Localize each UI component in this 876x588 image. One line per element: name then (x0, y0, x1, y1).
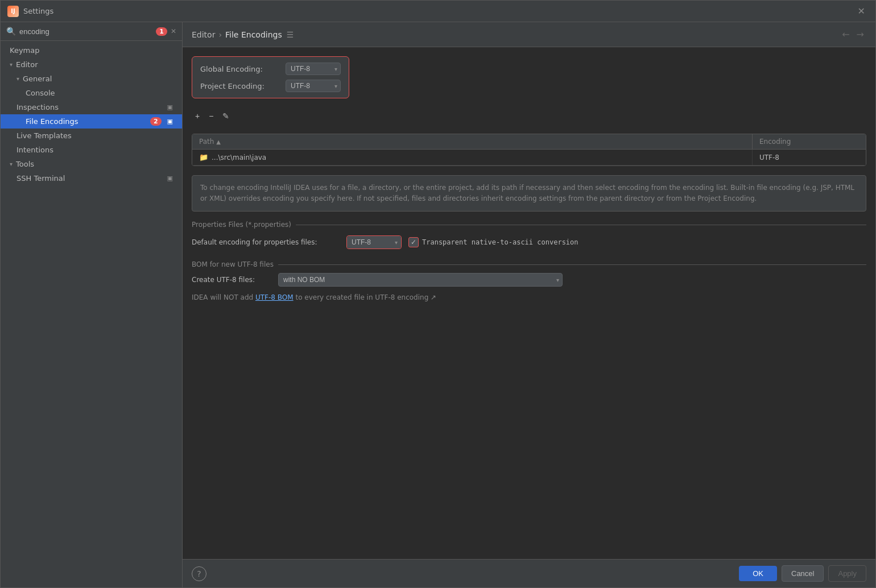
bom-row: Create UTF-8 files: with NO BOM with BOM… (192, 273, 866, 287)
project-encoding-select-wrapper: UTF-8 UTF-16 ISO-8859-1 ▾ (286, 80, 341, 92)
file-table: Path ▲ Encoding 📁 ...\src\main\java UTF-… (192, 134, 866, 166)
sidebar-item-label: Editor (16, 60, 38, 69)
right-panel: Editor › File Encodings ☰ ← → Global Enc… (183, 22, 875, 587)
folder-icon: 📁 (199, 153, 208, 162)
bom-section-label: BOM for new UTF-8 files (192, 260, 274, 268)
forward-arrow[interactable]: → (854, 28, 866, 41)
project-encoding-label: Project Encoding: (200, 82, 280, 90)
path-column-header: Path ▲ (192, 134, 752, 149)
sidebar-item-editor[interactable]: ▾ Editor (1, 57, 182, 72)
project-encoding-row: Project Encoding: UTF-8 UTF-16 ISO-8859-… (200, 80, 341, 92)
search-input[interactable] (19, 27, 152, 36)
close-button[interactable]: ✕ (854, 5, 869, 18)
chevron-down-icon: ▾ (16, 76, 19, 82)
footer: ? OK Cancel Apply (183, 559, 875, 587)
sidebar-item-general[interactable]: ▾ General (1, 72, 182, 86)
nav-icon: ▣ (167, 103, 173, 111)
breadcrumb: Editor › File Encodings (192, 30, 282, 39)
breadcrumb-parent: Editor (192, 30, 215, 39)
panel-body: Global Encoding: UTF-8 UTF-16 ISO-8859-1… (183, 47, 875, 559)
global-encoding-select[interactable]: UTF-8 UTF-16 ISO-8859-1 (286, 63, 341, 75)
add-button[interactable]: + (192, 110, 203, 122)
sidebar-item-label: Console (26, 89, 55, 97)
breadcrumb-separator: › (218, 30, 222, 39)
ok-button[interactable]: OK (739, 566, 777, 581)
bom-select-wrapper: with NO BOM with BOM ▾ (278, 273, 563, 287)
app-icon: IJ (7, 6, 19, 17)
encoding-cell: UTF-8 (752, 150, 866, 165)
default-encoding-label: Default encoding for properties files: (192, 238, 340, 246)
global-encoding-row: Global Encoding: UTF-8 UTF-16 ISO-8859-1… (200, 63, 341, 75)
search-clear-icon[interactable]: ✕ (171, 27, 176, 35)
path-cell: 📁 ...\src\main\java (192, 150, 752, 165)
sidebar-item-file-encodings[interactable]: File Encodings 2 ▣ (1, 114, 182, 129)
sidebar-item-label: Tools (16, 160, 34, 168)
sidebar-item-keymap[interactable]: Keymap (1, 43, 182, 57)
sidebar-item-live-templates[interactable]: Live Templates (1, 129, 182, 143)
sidebar-item-inspections[interactable]: Inspections ▣ (1, 100, 182, 114)
window-title: Settings (23, 7, 854, 15)
sidebar: 🔍 1 ✕ Keymap ▾ Editor ▾ General Cons (1, 22, 183, 587)
sidebar-badge: 2 (150, 117, 162, 126)
sidebar-item-label: File Encodings (26, 117, 78, 126)
help-button[interactable]: ? (192, 566, 206, 581)
titlebar: IJ Settings ✕ (1, 1, 875, 22)
props-encoding-select[interactable]: UTF-8 UTF-16 ISO-8859-1 (347, 236, 401, 249)
encoding-section: Global Encoding: UTF-8 UTF-16 ISO-8859-1… (192, 56, 349, 98)
props-encoding-select-wrapper: UTF-8 UTF-16 ISO-8859-1 ▾ (346, 235, 402, 249)
project-encoding-select[interactable]: UTF-8 UTF-16 ISO-8859-1 (286, 80, 341, 92)
edit-button[interactable]: ✎ (219, 110, 233, 122)
bom-divider: BOM for new UTF-8 files (192, 260, 866, 268)
cancel-button[interactable]: Cancel (782, 565, 824, 582)
sidebar-item-label: Intentions (16, 146, 53, 154)
menu-icon[interactable]: ☰ (287, 30, 294, 39)
sidebar-item-label: Live Templates (16, 131, 72, 140)
table-row[interactable]: 📁 ...\src\main\java UTF-8 (192, 150, 866, 165)
search-badge: 1 (156, 27, 167, 36)
checkmark-icon: ✓ (411, 238, 416, 246)
transparent-label: Transparent native-to-ascii conversion (422, 238, 579, 246)
sidebar-nav: Keymap ▾ Editor ▾ General Console Inspec… (1, 41, 182, 587)
sidebar-item-tools[interactable]: ▾ Tools (1, 157, 182, 171)
bom-select[interactable]: with NO BOM with BOM (278, 273, 563, 287)
remove-button[interactable]: − (205, 110, 217, 122)
apply-button[interactable]: Apply (828, 565, 866, 582)
sort-asc-icon: ▲ (216, 139, 221, 145)
section-divider: Properties Files (*.properties) (192, 221, 866, 229)
back-arrow[interactable]: ← (840, 28, 852, 41)
footer-buttons: OK Cancel Apply (739, 565, 866, 582)
table-header: Path ▲ Encoding (192, 134, 866, 150)
chevron-down-icon: ▾ (10, 161, 13, 167)
settings-window: IJ Settings ✕ 🔍 1 ✕ Keymap ▾ Editor (0, 0, 876, 588)
transparent-checkbox[interactable]: ✓ (408, 237, 419, 247)
sidebar-item-label: SSH Terminal (16, 174, 65, 183)
info-box: To change encoding IntelliJ IDEA uses fo… (192, 175, 866, 212)
sidebar-item-console[interactable]: Console (1, 86, 182, 100)
bom-section: BOM for new UTF-8 files Create UTF-8 fil… (192, 260, 866, 304)
panel-header: Editor › File Encodings ☰ ← → (183, 22, 875, 47)
global-encoding-select-wrapper: UTF-8 UTF-16 ISO-8859-1 ▾ (286, 63, 341, 75)
main-content: 🔍 1 ✕ Keymap ▾ Editor ▾ General Cons (1, 22, 875, 587)
nav-icon: ▣ (167, 175, 173, 182)
create-label: Create UTF-8 files: (192, 276, 271, 284)
nav-icon: ▣ (167, 118, 173, 125)
sidebar-item-label: Keymap (10, 46, 39, 55)
properties-section-label: Properties Files (*.properties) (192, 221, 291, 229)
info-text: To change encoding IntelliJ IDEA uses fo… (200, 184, 854, 202)
path-value: ...\src\main\java (212, 154, 266, 162)
encoding-column-header: Encoding (752, 134, 866, 149)
sidebar-item-ssh-terminal[interactable]: SSH Terminal ▣ (1, 171, 182, 185)
note-prefix: IDEA will NOT add (192, 293, 255, 301)
sidebar-item-intentions[interactable]: Intentions (1, 143, 182, 157)
nav-arrows: ← → (840, 28, 866, 41)
breadcrumb-current: File Encodings (225, 30, 282, 39)
properties-encoding-row: Default encoding for properties files: U… (192, 233, 866, 251)
idea-note: IDEA will NOT add UTF-8 BOM to every cre… (192, 291, 866, 304)
table-toolbar: + − ✎ (192, 107, 866, 125)
utf8-bom-link[interactable]: UTF-8 BOM (255, 293, 294, 301)
note-suffix: to every created file in UTF-8 encoding … (294, 293, 437, 301)
search-bar: 🔍 1 ✕ (1, 22, 182, 41)
sidebar-item-label: General (23, 74, 52, 83)
global-encoding-label: Global Encoding: (200, 65, 280, 73)
properties-section: Properties Files (*.properties) Default … (192, 221, 866, 251)
